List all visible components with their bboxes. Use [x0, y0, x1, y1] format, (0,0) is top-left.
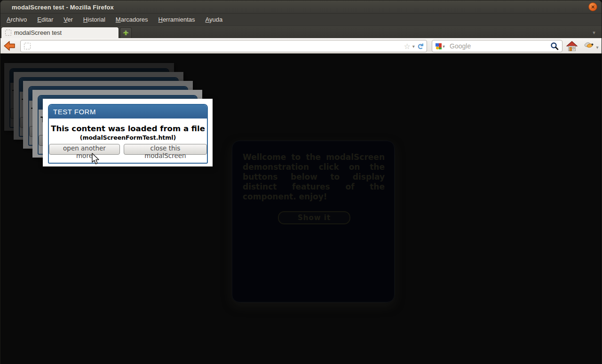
welcome-card: Wellcome to the modalScreen demonstratio…: [232, 141, 395, 302]
mouse-cursor-icon: [91, 153, 100, 166]
modal-subheading: (modalScreenFormTest.html): [49, 134, 207, 141]
navigation-toolbar: ☆ ▾ ↻ ▾: [0, 38, 602, 54]
close-icon: ×: [591, 3, 595, 10]
home-button[interactable]: [566, 40, 578, 52]
back-button[interactable]: [3, 40, 16, 51]
open-another-button[interactable]: open another more: [49, 144, 120, 155]
show-it-button[interactable]: Show it: [278, 211, 350, 224]
menu-item-ver[interactable]: Ver: [58, 14, 78, 25]
menu-item-historial[interactable]: Historial: [78, 14, 111, 25]
titlebar: modalScreen test - Mozilla Firefox ×: [0, 0, 602, 14]
reload-icon[interactable]: ↻: [415, 43, 425, 49]
chevron-down-icon: ▾: [596, 45, 598, 50]
menu-item-ayuda[interactable]: Ayuda: [200, 14, 228, 25]
firebug-icon: [584, 40, 594, 50]
search-engine-dropdown-icon[interactable]: ▾: [443, 44, 445, 49]
page-viewport: Wellcome to the modalScreen demonstratio…: [0, 54, 602, 364]
search-icon[interactable]: [550, 42, 559, 50]
home-icon: [566, 40, 578, 52]
firebug-button[interactable]: [583, 40, 594, 52]
modal-dialog: TEST FORM This content was loaded from a…: [48, 104, 208, 164]
firefox-window: modalScreen test - Mozilla Firefox × Arc…: [0, 0, 602, 364]
close-modal-button[interactable]: close this modalScreen: [124, 144, 207, 155]
toolbar-overflow-button[interactable]: ▾: [594, 42, 601, 50]
menu-item-editar[interactable]: Editar: [32, 14, 58, 25]
url-dropdown-icon[interactable]: ▾: [412, 44, 415, 49]
menu-item-archivo[interactable]: Archivo: [1, 14, 32, 25]
bookmark-star-icon[interactable]: ☆: [404, 42, 410, 51]
modal-heading: This content was loaded from a file: [49, 124, 207, 133]
google-engine-icon[interactable]: [436, 43, 442, 49]
back-arrow-icon: [3, 40, 16, 51]
menu-item-marcadores[interactable]: Marcadores: [111, 14, 153, 25]
plus-icon: +: [123, 28, 128, 38]
modal-title: TEST FORM: [49, 105, 207, 119]
menubar: Archivo Editar Ver Historial Marcadores …: [0, 14, 602, 26]
search-bar: ▾: [432, 40, 562, 52]
welcome-text: Wellcome to the modalScreen demonstratio…: [243, 152, 385, 202]
site-identity-icon: [24, 43, 31, 49]
tab-bar: modalScreen test + ▾: [0, 26, 602, 38]
window-title: modalScreen test - Mozilla Firefox: [12, 4, 114, 11]
tab-modalscreen-test[interactable]: modalScreen test: [1, 27, 119, 38]
new-tab-button[interactable]: +: [120, 27, 132, 38]
chevron-down-icon: ▾: [593, 30, 595, 35]
close-button[interactable]: ×: [588, 2, 597, 11]
menu-item-herramientas[interactable]: Herramientas: [153, 14, 200, 25]
url-bar: ☆ ▾ ↻: [20, 40, 427, 52]
tab-title: modalScreen test: [14, 29, 62, 36]
list-all-tabs-button[interactable]: ▾: [590, 28, 598, 36]
default-favicon-icon: [5, 30, 11, 36]
search-input[interactable]: [447, 41, 550, 51]
url-input[interactable]: [31, 41, 404, 51]
modal-layer-front: TEST FORM This content was loaded from a…: [43, 99, 213, 166]
